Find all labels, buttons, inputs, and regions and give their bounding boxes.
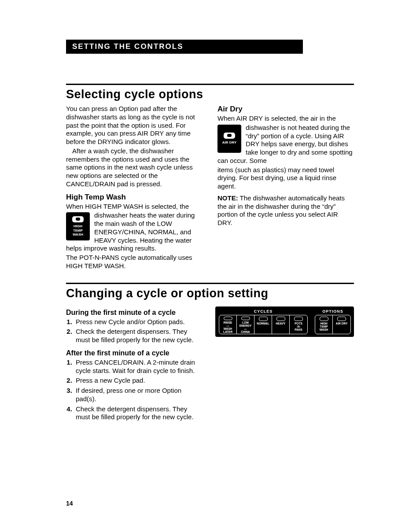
- rule: [66, 84, 354, 85]
- body-text: After a wash cycle, the dishwasher remem…: [66, 147, 203, 188]
- note-text: NOTE: The dishwasher automatically heats…: [217, 194, 354, 227]
- body-text: items (such as plastics) may need towel …: [217, 166, 354, 191]
- air-dry-pad-icon: AIR DRY: [217, 125, 241, 153]
- list-item: Press CANCEL/DRAIN. A 2-minute drain cyc…: [74, 358, 200, 375]
- page-number: 14: [66, 500, 73, 507]
- high-temp-wash-pad-icon: HIGH TEMP WASH: [66, 212, 90, 240]
- cycle-button: NORMAL: [254, 315, 272, 334]
- list-item: If desired, press one or more Option pad…: [74, 387, 200, 403]
- control-panel-diagram: CYCLES RINSE — WASH LATER LOW ENERGY — C…: [215, 306, 354, 337]
- list-item: Check the detergent dispensers. They mus…: [74, 328, 200, 344]
- cycle-button: LOW ENERGY — CHINA: [237, 315, 254, 334]
- body-text: You can press an Option pad after the di…: [66, 105, 203, 146]
- cycle-button: RINSE — WASH LATER: [219, 315, 237, 334]
- cycle-button: POTS -N- PANS: [290, 315, 307, 334]
- list-during: Press new Cycle and/or Option pads. Chec…: [66, 318, 200, 344]
- heading-during: During the first minute of a cycle: [66, 308, 200, 317]
- heading-selecting: Selecting cycle options: [66, 88, 354, 101]
- option-button: HIGH TEMP WASH: [315, 315, 333, 334]
- heading-high-temp-wash: High Temp Wash: [66, 193, 203, 202]
- list-item: Check the detergent dispensers. They mus…: [74, 405, 200, 422]
- list-item: Press a new Cycle pad.: [74, 377, 200, 385]
- heading-after: After the first minute of a cycle: [66, 349, 200, 358]
- cycles-group: CYCLES RINSE — WASH LATER LOW ENERGY — C…: [219, 309, 308, 334]
- body-text: The POT-N-PANS cycle automatically uses …: [66, 254, 203, 270]
- rule: [66, 283, 354, 284]
- heading-air-dry: Air Dry: [217, 105, 354, 114]
- body-text: When AIR DRY is selected, the air in the: [217, 114, 354, 123]
- section-header-bar: SETTING THE CONTROLS: [66, 40, 303, 54]
- body-text: When HIGH TEMP WASH is selected, the: [66, 203, 203, 211]
- heading-changing: Changing a cycle or option setting: [66, 287, 354, 300]
- cycle-button: HEAVY: [272, 315, 290, 334]
- list-after: Press CANCEL/DRAIN. A 2-minute drain cyc…: [66, 358, 200, 421]
- option-button: AIR DRY: [333, 315, 350, 334]
- list-item: Press new Cycle and/or Option pads.: [74, 318, 200, 326]
- options-group: OPTIONS HIGH TEMP WASH AIR DRY: [315, 309, 351, 334]
